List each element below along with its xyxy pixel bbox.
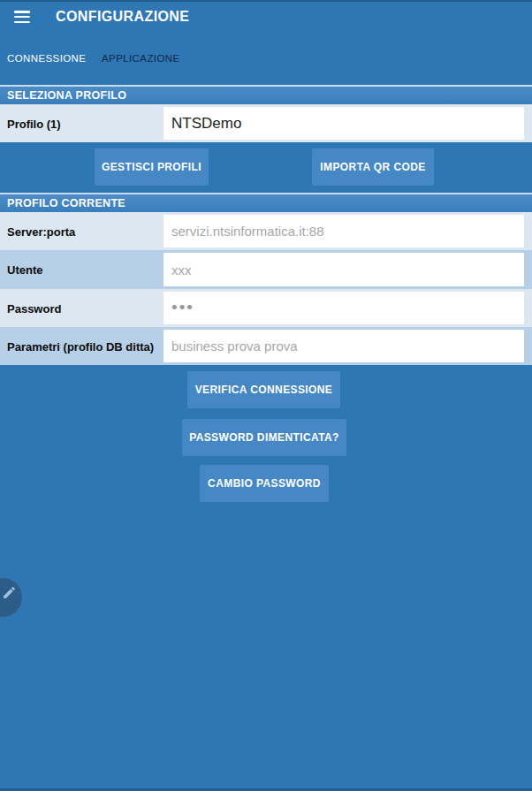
utente-input[interactable]	[163, 253, 524, 286]
section-header-seleziona-profilo: SELEZIONA PROFILO	[0, 87, 532, 104]
profile-input[interactable]	[163, 107, 524, 140]
section-header-profilo-corrente: PROFILO CORRENTE	[0, 194, 532, 212]
parametri-label: Parametri (profilo DB ditta)	[7, 339, 154, 353]
profile-label: Profilo (1)	[7, 117, 61, 130]
cambio-password-button[interactable]: CAMBIO PASSWORD	[200, 465, 329, 502]
parametri-input[interactable]	[163, 330, 524, 362]
server-row: Server:porta	[0, 212, 532, 250]
parametri-row: Parametri (profilo DB ditta)	[0, 327, 532, 365]
utente-label: Utente	[7, 263, 42, 277]
importa-qr-code-button[interactable]: IMPORTA QR CODE	[312, 148, 434, 186]
pencil-icon	[2, 585, 17, 600]
password-input[interactable]	[163, 292, 524, 324]
password-dimenticata-button[interactable]: PASSWORD DIMENTICATA?	[182, 419, 346, 456]
hamburger-menu-icon[interactable]	[14, 11, 30, 23]
tab-connessione[interactable]: CONNESSIONE	[7, 53, 86, 64]
utente-row: Utente	[0, 250, 532, 289]
tab-applicazione[interactable]: APPLICAZIONE	[102, 53, 180, 64]
verifica-connessione-button[interactable]: VERIFICA CONNESSIONE	[187, 371, 340, 408]
profile-row: Profilo (1)	[0, 104, 532, 142]
gestisci-profili-button[interactable]: GESTISCI PROFILI	[95, 148, 209, 186]
server-label: Server:porta	[7, 224, 75, 238]
page-title: CONFIGURAZIONE	[56, 9, 189, 25]
server-input[interactable]	[163, 215, 524, 247]
edit-fab[interactable]	[0, 578, 22, 617]
password-row: Password	[0, 289, 532, 327]
tab-bar: CONNESSIONE APPLICAZIONE	[0, 53, 532, 72]
app-bar: CONFIGURAZIONE	[0, 0, 532, 46]
password-label: Password	[7, 301, 61, 315]
configuration-screen: CONFIGURAZIONE CONNESSIONE APPLICAZIONE …	[0, 0, 532, 791]
